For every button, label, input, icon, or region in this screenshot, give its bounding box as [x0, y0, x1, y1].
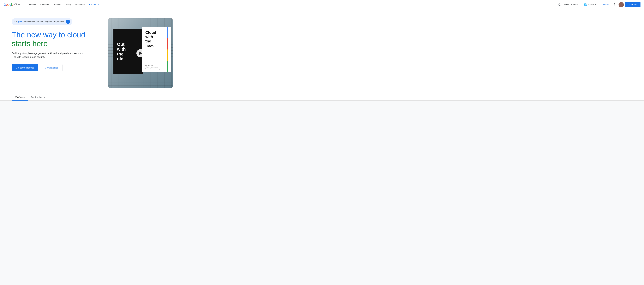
- promo-banner[interactable]: Get $300 in free credits and free usage …: [12, 18, 72, 25]
- promo-arrow-icon: →: [66, 20, 70, 24]
- support-link[interactable]: Support: [570, 2, 579, 7]
- nav-solutions[interactable]: Solutions: [38, 2, 50, 7]
- tagline: Google Cloud: [145, 64, 166, 66]
- color-bar-right: [167, 27, 168, 72]
- hero-title-line1: The new way to cloud: [12, 30, 100, 39]
- cloud-wordmark: Cloud: [14, 3, 21, 6]
- promo-amount: $300: [18, 20, 22, 23]
- language-label: English: [588, 4, 594, 6]
- tab-for-developers[interactable]: For developers: [28, 94, 48, 100]
- nav-resources[interactable]: Resources: [74, 2, 87, 7]
- tabs: What's new For developers: [12, 94, 632, 100]
- chevron-down-icon: ▾: [595, 4, 596, 6]
- tab-whats-new[interactable]: What's new: [12, 94, 28, 100]
- globe-icon: 🌐: [584, 3, 587, 6]
- promo-suffix: in free credits and free usage of 20+ pr…: [22, 20, 64, 23]
- search-button[interactable]: [556, 2, 562, 8]
- hero-title: The new way to cloud starts here: [12, 30, 100, 48]
- console-link[interactable]: Console: [600, 2, 610, 7]
- get-started-button[interactable]: Get started for free: [12, 64, 38, 71]
- sub-tagline: The new way to cloud.: [145, 66, 166, 68]
- billboard-right-text: Cloudwiththenew.: [145, 30, 156, 48]
- svg-line-1: [560, 5, 560, 6]
- billboard-right: Cloudwiththenew. Google Cloud The new wa…: [142, 27, 171, 72]
- sub-text: Explore the new way at g.co/cloud: [145, 68, 166, 70]
- promo-prefix: Get: [14, 20, 18, 23]
- hero-buttons: Get started for free Contact sales: [12, 64, 100, 71]
- start-free-button[interactable]: Start free: [625, 2, 640, 7]
- tabs-section: What's new For developers: [0, 88, 644, 100]
- billboard-right-sub: Google Cloud The new way to cloud. Explo…: [145, 64, 166, 70]
- nav-links: Overview Solutions Products Pricing Reso…: [26, 2, 556, 7]
- nav-products[interactable]: Products: [51, 2, 63, 7]
- hero-section: Get $300 in free credits and free usage …: [0, 9, 644, 88]
- nav-pricing[interactable]: Pricing: [63, 2, 73, 7]
- video-container[interactable]: Outwiththeold. Cloudwithth: [108, 18, 173, 88]
- hero-title-line2: starts here: [12, 39, 100, 48]
- logo[interactable]: Google Cloud: [4, 3, 21, 6]
- promo-text: Get $300 in free credits and free usage …: [14, 20, 64, 23]
- nav-right: Docs Support 🌐 English ▾ Console ⋮ Start…: [556, 2, 640, 8]
- docs-link[interactable]: Docs: [564, 2, 569, 7]
- hero-description: Build apps fast, leverage generative AI,…: [12, 52, 85, 59]
- google-wordmark: Google: [4, 3, 14, 6]
- play-button[interactable]: [136, 49, 144, 58]
- nav-contact[interactable]: Contact Us: [88, 2, 101, 7]
- navbar: Google Cloud Overview Solutions Products…: [0, 0, 644, 9]
- language-selector[interactable]: 🌐 English ▾: [582, 2, 597, 8]
- nav-divider: [580, 3, 581, 6]
- more-options-button[interactable]: ⋮: [612, 2, 617, 8]
- color-bar-bottom: [114, 74, 143, 74]
- hero-video: Outwiththeold. Cloudwithth: [108, 18, 173, 88]
- nav-overview[interactable]: Overview: [26, 2, 38, 7]
- avatar[interactable]: [618, 2, 624, 7]
- hero-content: Get $300 in free credits and free usage …: [12, 18, 100, 71]
- contact-sales-button[interactable]: Contact sales: [41, 64, 62, 71]
- billboard-left-text: Outwiththeold.: [117, 42, 126, 61]
